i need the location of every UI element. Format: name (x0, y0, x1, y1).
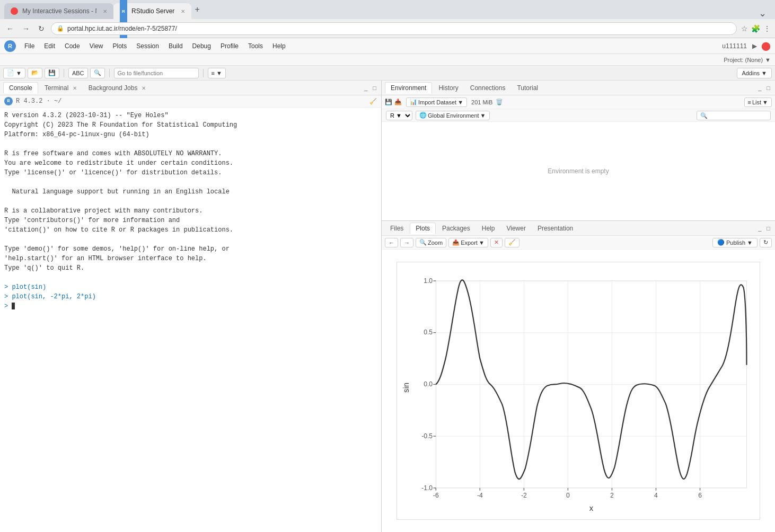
list-dropdown-icon[interactable]: ▼ (762, 99, 768, 105)
browser-minimize[interactable]: ⌄ (759, 7, 767, 19)
menu-session[interactable]: Session (132, 41, 163, 51)
chrome-menu-icon[interactable]: ⋮ (763, 24, 771, 33)
console-tab[interactable]: Console (3, 82, 38, 94)
global-env-btn[interactable]: 🌐 Global Environment ▼ (416, 111, 490, 120)
terminal-tab-close[interactable]: ✕ (73, 85, 77, 91)
env-maximize-btn[interactable]: □ (765, 84, 772, 92)
user-info: u111111 (722, 42, 747, 50)
console-prompt[interactable]: > (4, 302, 377, 311)
menu-file[interactable]: File (20, 41, 39, 51)
back-button[interactable]: ← (4, 23, 16, 34)
export-dropdown-icon[interactable]: ▼ (479, 240, 485, 246)
export-btn[interactable]: 📤 Export ▼ (448, 238, 488, 247)
terminal-tab-label: Terminal (45, 84, 68, 92)
save-btn[interactable]: 💾 (45, 68, 59, 78)
new-tab-button[interactable]: + (195, 5, 199, 14)
tab-close-1[interactable]: ✕ (103, 8, 107, 14)
global-env-icon: 🌐 (419, 112, 427, 119)
publish-dropdown-icon[interactable]: ▼ (747, 240, 753, 246)
memory-icon[interactable]: 🗑️ (496, 99, 503, 105)
files-tab-help[interactable]: Help (477, 223, 500, 234)
global-env-dropdown[interactable]: ▼ (480, 112, 486, 119)
y-tick-5: -1.0 (421, 484, 433, 491)
publish-btn[interactable]: 🔵 Publish ▼ (712, 238, 758, 247)
publish-icon: 🔵 (717, 239, 725, 246)
new-file-btn[interactable]: 📄▼ (3, 68, 25, 78)
menu-build[interactable]: Build (164, 41, 187, 51)
url-bar[interactable]: 🔒 portal.hpc.iut.ac.ir/rnode/en-7-5/2587… (51, 22, 737, 35)
go-to-file-input[interactable] (114, 68, 199, 78)
menu-edit[interactable]: Edit (40, 41, 59, 51)
forward-button[interactable]: → (20, 23, 32, 34)
reload-button[interactable]: ↻ (36, 23, 47, 34)
addins-dropdown-icon[interactable]: ▼ (761, 70, 767, 76)
y-tick-3: 0.0 (424, 380, 433, 388)
console-minimize-btn[interactable]: _ (363, 84, 369, 92)
import-dataset-btn[interactable]: 📊 Import Dataset ▼ (406, 97, 467, 107)
bookmark-icon[interactable]: ☆ (741, 24, 748, 33)
env-tab-history[interactable]: History (433, 83, 463, 93)
chunks-dropdown[interactable]: ▼ (216, 70, 222, 76)
env-search-input[interactable] (697, 111, 771, 120)
files-tab-plots[interactable]: Plots (410, 223, 436, 234)
rstudio-logo-icon: ⬤ (761, 41, 771, 51)
menu-code[interactable]: Code (60, 41, 84, 51)
files-panel-actions: _ □ (756, 225, 772, 232)
env-load-icon[interactable]: 📥 (394, 99, 402, 105)
env-save-icon[interactable]: 💾 (385, 99, 392, 105)
clear-console-btn[interactable]: 🧹 (369, 98, 377, 105)
plot-prev-btn[interactable]: ← (385, 238, 398, 247)
r-environment-select[interactable]: R ▼ (386, 111, 412, 120)
terminal-tab[interactable]: Terminal ✕ (39, 83, 82, 93)
menu-plots[interactable]: Plots (109, 41, 131, 51)
plot-next-btn[interactable]: → (400, 238, 413, 247)
list-view-btn[interactable]: ≡ List ▼ (744, 97, 772, 107)
project-dropdown-icon[interactable]: ▼ (765, 57, 771, 63)
clear-plots-btn[interactable]: 🧹 (505, 238, 519, 247)
main-content: Console Terminal ✕ Background Jobs ✕ _ □… (0, 81, 775, 532)
import-dropdown-icon[interactable]: ▼ (457, 99, 463, 105)
user-menu-icon[interactable]: ▶ (752, 42, 757, 50)
delete-icon: ✕ (494, 239, 499, 246)
tab-close-2[interactable]: ✕ (181, 8, 185, 14)
browser-tab-2[interactable]: R RStudio Server ✕ (113, 3, 191, 19)
env-tab-environment[interactable]: Environment (385, 82, 432, 94)
save-icon: 💾 (48, 69, 56, 76)
open-file-btn[interactable]: 📂 (28, 68, 42, 78)
find-btn[interactable]: 🔍 (90, 68, 105, 78)
env-tab-tutorial[interactable]: Tutorial (512, 83, 543, 93)
console-maximize-btn[interactable]: □ (371, 84, 378, 92)
chunks-btn[interactable]: ≡▼ (208, 68, 226, 78)
y-tick-2: 0.5 (424, 329, 433, 336)
background-jobs-tab[interactable]: Background Jobs ✕ (83, 83, 151, 93)
sin-plot-svg: 1.0 0.5 0.0 -0.5 -1.0 -6 -4 -2 0 2 4 6 (397, 262, 760, 520)
zoom-btn[interactable]: 🔍 Zoom (416, 238, 446, 247)
x-tick-6: 4 (654, 492, 658, 499)
env-tab-connections[interactable]: Connections (465, 83, 511, 93)
new-file-dropdown[interactable]: ▼ (16, 70, 22, 76)
env-minimize-btn[interactable]: _ (756, 84, 763, 92)
browser-tab-1[interactable]: My Interactive Sessions - NH ✕ (4, 3, 113, 19)
files-tab-packages[interactable]: Packages (437, 223, 475, 234)
left-panel: Console Terminal ✕ Background Jobs ✕ _ □… (0, 81, 382, 532)
files-maximize-btn[interactable]: □ (765, 225, 772, 232)
spell-check-btn[interactable]: ABC (68, 68, 88, 78)
delete-plot-btn[interactable]: ✕ (490, 238, 503, 247)
console-panel-tabs: Console Terminal ✕ Background Jobs ✕ _ □ (0, 81, 381, 95)
refresh-btn[interactable]: ↻ (760, 238, 772, 247)
files-minimize-btn[interactable]: _ (756, 225, 763, 232)
menu-debug[interactable]: Debug (188, 41, 215, 51)
addins-btn[interactable]: Addins ▼ (737, 68, 772, 78)
files-tab-presentation[interactable]: Presentation (532, 223, 578, 234)
files-tab-viewer[interactable]: Viewer (501, 223, 531, 234)
menu-tools[interactable]: Tools (244, 41, 267, 51)
menu-view[interactable]: View (85, 41, 108, 51)
files-panel-tabs: Files Plots Packages Help Viewer (382, 221, 775, 236)
console-line-15: Type 'demo()' for some demos, 'help()' f… (4, 244, 377, 254)
cursor (12, 303, 15, 309)
background-jobs-tab-close[interactable]: ✕ (142, 85, 146, 91)
menu-profile[interactable]: Profile (216, 41, 243, 51)
menu-help[interactable]: Help (268, 41, 290, 51)
files-tab-files[interactable]: Files (385, 223, 409, 234)
extension-icon[interactable]: 🧩 (751, 24, 760, 33)
